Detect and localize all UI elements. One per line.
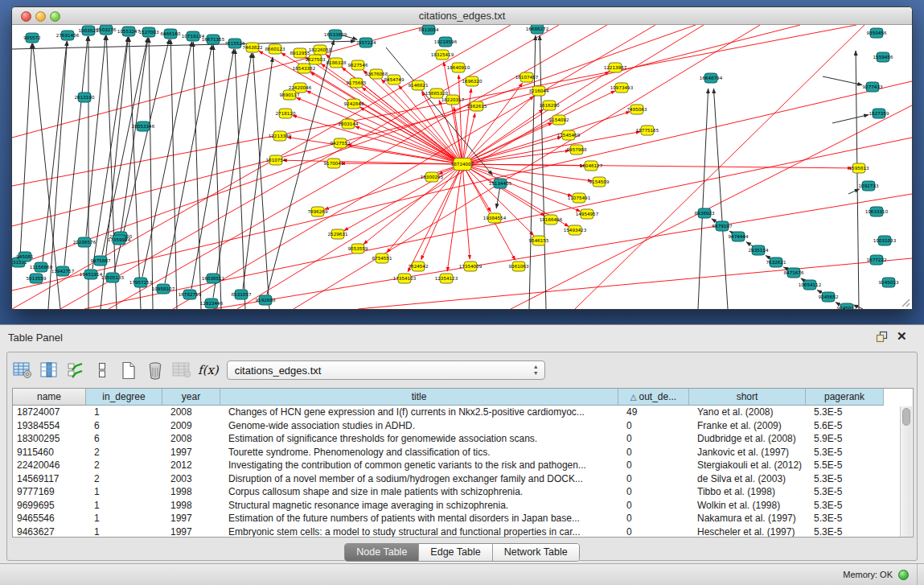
graph-node[interactable]: 9245013 [879,278,899,287]
graph-node[interactable]: 9053559 [348,244,368,253]
graph-node[interactable]: 9175685 [347,78,367,88]
graph-node[interactable]: 1595813 [849,163,869,173]
graph-node[interactable]: 7632621 [766,257,786,267]
graph-node[interactable]: 2935114 [749,245,769,255]
graph-node[interactable]: 18775165 [636,126,659,135]
graph-node[interactable]: 9192688 [256,295,276,305]
graph-node[interactable]: 9474444 [729,232,749,241]
graph-node[interactable]: 11075491 [568,193,591,203]
select-all-icon[interactable] [65,360,86,380]
graph-node[interactable]: 19218596 [434,37,458,47]
table-row[interactable]: 1456911722003Disruption of a novel membe… [13,472,913,486]
resize-grip-icon[interactable] [899,296,910,307]
rows-icon[interactable] [92,360,113,380]
graph-node[interactable]: 16648794 [700,73,723,83]
graph-node[interactable]: 9154509 [589,177,610,187]
graph-node[interactable]: 2718120 [276,109,296,118]
graph-node[interactable]: 9546155 [529,236,549,245]
graph-node[interactable]: 11156869 [30,262,53,272]
graph-node[interactable]: 19384554 [483,213,507,223]
column-header-year[interactable]: year [162,389,220,406]
graph-node[interactable]: 10973493 [610,83,634,93]
graph-node[interactable]: 9245012 [837,303,857,309]
graph-node[interactable]: 7485063 [627,105,647,114]
graph-node[interactable]: 8503276 [97,25,117,35]
table-row[interactable]: 946362711997Embryonic stem cells: a mode… [13,525,913,538]
table-settings-icon[interactable] [12,360,33,380]
memory-ok-icon[interactable] [898,570,909,580]
table-row[interactable]: 977716911998Corpus callosum shape and si… [13,485,913,499]
graph-node[interactable]: 9361063 [509,262,529,271]
graph-node[interactable]: 1616290 [540,101,560,110]
graph-node[interactable]: 7896269 [308,207,328,216]
delete-table-icon[interactable] [171,360,192,380]
select-columns-icon[interactable] [39,360,60,380]
graph-node[interactable]: 16036511 [202,274,225,283]
graph-node[interactable]: 12213389 [269,131,292,141]
graph-node[interactable]: 13942757 [51,266,75,276]
table-row[interactable]: 911546021997Tourette syndrome. Phenomeno… [13,446,913,459]
function-builder-icon[interactable]: f(x) [198,363,219,377]
graph-node[interactable]: 1092733 [859,181,879,191]
graph-node[interactable]: 16107487 [515,72,539,82]
graph-node[interactable]: 27691406 [56,31,80,40]
graph-node[interactable]: 9242848 [344,99,364,109]
graph-node[interactable]: 9827546 [348,60,368,70]
graph-node[interactable]: 18640910 [447,63,470,72]
graph-node[interactable]: 9277433 [863,82,883,92]
graph-node[interactable]: 15493423 [564,225,587,235]
graph-node[interactable]: 11545469 [557,130,581,140]
window-titlebar[interactable]: citations_edges.txt [12,7,912,25]
delete-icon[interactable] [145,360,166,380]
graph-node[interactable]: 2613190 [75,93,95,102]
graph-node[interactable]: 1827359 [869,109,889,118]
graph-node[interactable]: 12354123 [435,274,458,283]
graph-node[interactable]: 9245652 [819,292,839,302]
graph-node[interactable]: 7624542 [409,262,429,271]
graph-node[interactable]: 8660123 [265,44,285,54]
graph-node[interactable]: 18166496 [540,215,563,225]
tab-edge-table[interactable]: Edge Table [419,544,492,561]
column-header-short[interactable]: short [689,389,806,406]
table-row[interactable]: 969969511998Structural magnetic resonanc… [13,499,913,513]
graph-node[interactable]: 17354103 [393,274,417,283]
graph-node[interactable]: 6466160 [161,29,181,39]
graph-node[interactable]: 8938923 [695,208,715,218]
graph-node[interactable]: 15134405 [489,179,512,188]
graph-node[interactable]: 8813054 [419,25,439,35]
graph-node[interactable]: 9827503 [306,55,326,64]
graph-node[interactable]: 8754551 [372,253,392,263]
column-header-name[interactable]: name [13,389,86,406]
graph-node[interactable]: 16046127 [580,161,603,171]
graph-node[interactable]: 9350456 [867,28,887,38]
graph-node[interactable]: 905572 [23,33,40,43]
column-header-out_de[interactable]: △out_de... [618,389,689,406]
table-row[interactable]: 1872400712008Changes of HCN gene express… [13,406,913,419]
graph-node[interactable]: 12213987 [604,63,627,72]
close-panel-icon[interactable]: ✕ [897,329,910,342]
graph-node[interactable]: 10031033 [873,236,897,245]
scrollbar-thumb[interactable] [902,408,910,426]
graph-node[interactable]: 945081 [16,252,34,262]
graph-node[interactable]: 6879197 [713,221,733,231]
graph-node[interactable]: 10654112 [799,280,821,290]
tab-network-table[interactable]: Network Table [493,544,579,561]
graph-node[interactable]: 10958107 [152,284,175,294]
graph-node[interactable]: 17354009 [459,262,483,271]
graph-node[interactable]: 12923446 [200,299,224,308]
new-table-icon[interactable] [118,360,139,380]
graph-node[interactable]: 1527003 [139,27,159,37]
graph-node[interactable]: 10633310 [865,207,889,216]
graph-node[interactable]: 20206576 [73,237,97,247]
graph-node[interactable]: 1677222 [867,255,887,265]
table-row[interactable]: 1830029562008Estimation of significance … [13,432,913,446]
network-canvas[interactable]: 1872400718300295193845547463822866012389… [12,25,912,309]
graph-node[interactable]: 3216044 [529,86,549,96]
graph-node[interactable]: 11451914 [80,270,103,279]
vertical-scrollbar[interactable] [900,406,912,538]
graph-node[interactable]: 1559456 [873,52,893,62]
column-header-title[interactable]: title [220,389,618,406]
graph-node[interactable]: 1696320 [462,76,483,86]
graph-node[interactable]: 7857224 [356,38,376,47]
tab-node-table[interactable]: Node Table [345,544,419,561]
